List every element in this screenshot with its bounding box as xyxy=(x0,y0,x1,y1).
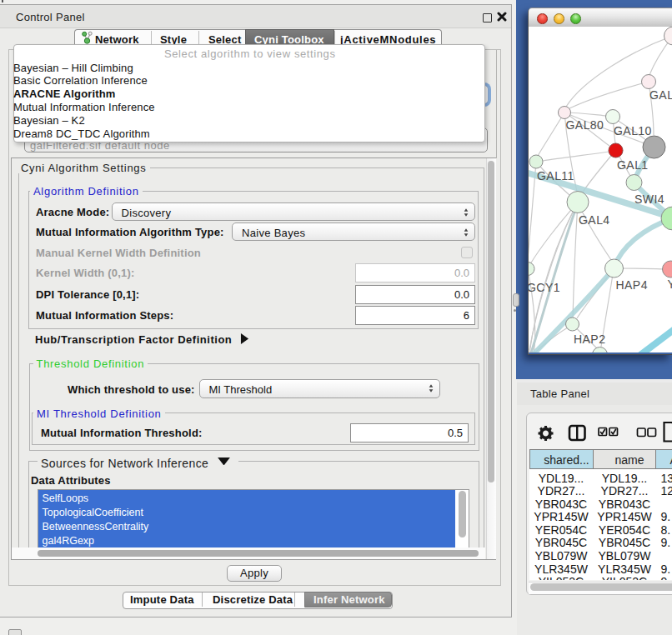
svg-text:Y: Y xyxy=(668,278,672,291)
svg-text:GAL4: GAL4 xyxy=(579,213,610,227)
svg-text:SWI4: SWI4 xyxy=(634,192,664,206)
svg-text:GAL11: GAL11 xyxy=(537,169,574,182)
svg-text:HAP4: HAP4 xyxy=(616,278,648,292)
svg-text:HAP2: HAP2 xyxy=(574,332,605,346)
svg-text:GAL80: GAL80 xyxy=(566,118,604,132)
svg-text:GAL1: GAL1 xyxy=(617,158,649,172)
svg-text:GAL10: GAL10 xyxy=(614,124,652,138)
svg-text:GCY1: GCY1 xyxy=(529,281,560,294)
svg-text:GAL2: GAL2 xyxy=(649,88,672,102)
